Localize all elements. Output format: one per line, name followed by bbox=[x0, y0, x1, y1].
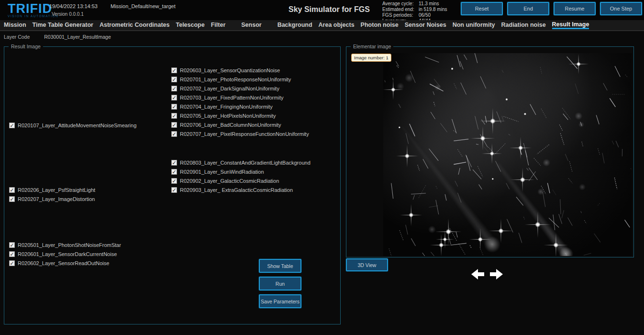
menu-item-astrometric-coordinates[interactable]: Astrometric Coordinates bbox=[100, 22, 170, 29]
layer-checkbox-row: ✓R020701_Layer_PhotoResponseNonUniformit… bbox=[171, 75, 309, 84]
layer-checkbox-row: ✓R020902_Layer_GalacticCosmicRadiation bbox=[171, 176, 311, 185]
checkbox-label: R020107_Layer_AttitudeMovementNoiseSmear… bbox=[18, 123, 136, 128]
stat-label-fgs-periodes: FGS periodes: bbox=[382, 12, 417, 18]
previous-image-arrow[interactable] bbox=[471, 269, 485, 279]
layer-checkbox-row: ✓R020702_Layer_DarkSignalNonUniformity bbox=[171, 84, 309, 93]
checkbox-r020501-layer-photonshotnoisefromstar[interactable]: ✓ bbox=[9, 242, 15, 248]
menu-item-sensor[interactable]: Sensor bbox=[241, 22, 261, 29]
trifid-logo-tagline: VISION IN AUTOMATION bbox=[8, 14, 59, 18]
layer-checkbox-row: ✓R020705_Layer_HotPixelsNonUniformity bbox=[171, 111, 309, 120]
menu-item-background[interactable]: Background bbox=[278, 22, 312, 29]
layer-checkbox-row: ✓R020707_Layer_PixelResponseFunctionNonU… bbox=[171, 129, 309, 138]
checkbox-label: R020601_Layer_SensorDarkCurrentNoise bbox=[18, 251, 117, 257]
checkbox-label: R020901_Layer_SunWindRadiation bbox=[180, 169, 264, 175]
resume-button[interactable]: Resume bbox=[554, 2, 596, 15]
elementar-panel-title: Elementar image bbox=[351, 44, 393, 49]
checkbox-r020704-layer-fringingnonuniformity[interactable]: ✓ bbox=[171, 104, 177, 110]
menu-item-time-table-generator[interactable]: Time Table Generator bbox=[33, 22, 93, 29]
checkbox-r020903-layer-extragalacticcosmicradiation[interactable]: ✓ bbox=[171, 187, 177, 193]
layer-checkbox-row: ✓R020703_Layer_FixedPatternNonUniformity bbox=[171, 93, 309, 102]
checkbox-label: R020803_Layer_ConstantAndGradientLightBa… bbox=[180, 160, 311, 166]
checkbox-r020803-layer-constantandgradientlightbackground[interactable]: ✓ bbox=[171, 160, 177, 166]
menu-item-area-objects[interactable]: Area objects bbox=[319, 22, 355, 29]
checkbox-label: R020603_Layer_SensorQuantizationNoise bbox=[180, 67, 280, 73]
checkbox-label: R020701_Layer_PhotoResponseNonUniformity bbox=[180, 77, 291, 82]
stat-value-estimated-end: in 519.8 mins bbox=[419, 7, 447, 12]
checkbox-r020206-layer-psfstraightlight[interactable]: ✓ bbox=[9, 187, 15, 193]
action-button-group: Show TableRunSave Parameters bbox=[259, 259, 301, 308]
menu-item-sensor-noises[interactable]: Sensor Noises bbox=[405, 22, 446, 29]
stat-label-average-cycle: Average cycle: bbox=[382, 1, 417, 7]
checkbox-r020701-layer-photoresponsenonuniformity[interactable]: ✓ bbox=[171, 77, 177, 82]
checkbox-r020107-layer-attitudemovementnoisesmearing[interactable]: ✓ bbox=[9, 123, 15, 128]
layer-checkbox-row: ✓R020706_Layer_BadColumnNonUniformity bbox=[171, 120, 309, 129]
checkbox-label: R020703_Layer_FixedPatternNonUniformity bbox=[180, 95, 283, 100]
menu-item-filter[interactable]: Filter bbox=[211, 22, 226, 29]
checkbox-label: R020706_Layer_BadColumnNonUniformity bbox=[180, 122, 281, 128]
checkbox-r020902-layer-galacticcosmicradiation[interactable]: ✓ bbox=[171, 178, 177, 184]
header-bar: TRIFID VISION IN AUTOMATION 19/04/2022 1… bbox=[0, 0, 644, 20]
header-button-group: ResetEndResumeOne Step bbox=[461, 2, 642, 15]
checkbox-group: ✓R020206_Layer_PsfStraightLight✓R020207_… bbox=[9, 185, 95, 203]
elementar-image-panel: Elementar image Image number: 1 bbox=[346, 46, 634, 257]
show-table-button[interactable]: Show Table bbox=[259, 259, 301, 273]
menu-item-radiation-noise[interactable]: Radiation noise bbox=[501, 22, 546, 29]
layer-checkbox-row: ✓R020603_Layer_SensorQuantizationNoise bbox=[171, 66, 309, 75]
save-parameters-button[interactable]: Save Parameters bbox=[259, 294, 301, 308]
layer-checkbox-row: ✓R020501_Layer_PhotonShotNoiseFromStar bbox=[9, 240, 121, 249]
sky-simulator-window: TRIFID VISION IN AUTOMATION 19/04/2022 1… bbox=[0, 0, 644, 335]
layer-checkbox-row: ✓R020601_Layer_SensorDarkCurrentNoise bbox=[9, 249, 121, 258]
checkbox-label: R020602_Layer_SensorReadOutNoise bbox=[18, 260, 109, 266]
checkbox-r020603-layer-sensorquantizationnoise[interactable]: ✓ bbox=[171, 67, 177, 73]
checkbox-r020207-layer-imagedistortion[interactable]: ✓ bbox=[9, 196, 15, 202]
layer-checkbox-row: ✓R020602_Layer_SensorReadOutNoise bbox=[9, 258, 121, 268]
layer-code-label: Layer Code bbox=[4, 34, 30, 40]
one-step-button[interactable]: One Step bbox=[600, 2, 642, 15]
checkbox-r020706-layer-badcolumnnonuniformity[interactable]: ✓ bbox=[171, 122, 177, 128]
checkbox-label: R020707_Layer_PixelResponseFunctionNonUn… bbox=[180, 131, 309, 137]
result-image-panel: Result Image ✓R020107_Layer_AttitudeMove… bbox=[4, 46, 341, 324]
checkbox-group: ✓R020803_Layer_ConstantAndGradientLightB… bbox=[171, 158, 311, 194]
checkbox-label: R020206_Layer_PsfStraightLight bbox=[18, 187, 95, 193]
menu-item-result-image[interactable]: Result Image bbox=[552, 21, 589, 29]
menu-item-telescope[interactable]: Telescope bbox=[176, 22, 204, 29]
image-number-badge: Image number: 1 bbox=[351, 54, 391, 62]
3d-view-button[interactable]: 3D View bbox=[346, 258, 388, 271]
checkbox-group: ✓R020603_Layer_SensorQuantizationNoise✓R… bbox=[171, 66, 309, 138]
checkbox-r020705-layer-hotpixelsnonuniformity[interactable]: ✓ bbox=[171, 113, 177, 119]
checkbox-r020901-layer-sunwindradiation[interactable]: ✓ bbox=[171, 169, 177, 175]
checkbox-r020703-layer-fixedpatternnonuniformity[interactable]: ✓ bbox=[171, 95, 177, 100]
stat-label-estimated-end: Estimated end: bbox=[382, 7, 417, 12]
layer-code-row: Layer Code R030001_Layer_ResultImage bbox=[4, 34, 111, 40]
menu-item-mission[interactable]: Mission bbox=[4, 22, 26, 29]
checkbox-label: R020903_Layer_ ExtraGalacticCosmicRadiat… bbox=[180, 187, 293, 193]
run-button[interactable]: Run bbox=[259, 277, 301, 290]
checkbox-group: ✓R020501_Layer_PhotonShotNoiseFromStar✓R… bbox=[9, 240, 121, 268]
layer-checkbox-row: ✓R020803_Layer_ConstantAndGradientLightB… bbox=[171, 158, 311, 167]
layer-checkbox-row: ✓R020107_Layer_AttitudeMovementNoiseSmea… bbox=[9, 121, 136, 130]
right-arrow-icon bbox=[496, 269, 503, 279]
menu-item-photon-noise[interactable]: Photon noise bbox=[361, 22, 399, 29]
stat-value-fgs-periodes: 06/50 bbox=[419, 12, 447, 18]
stat-value-average-cycle: 11.3 mins bbox=[419, 1, 447, 7]
layer-code-value: R030001_Layer_ResultImage bbox=[44, 34, 111, 40]
layer-checkbox-row: ✓R020903_Layer_ ExtraGalacticCosmicRadia… bbox=[171, 185, 311, 194]
checkbox-r020602-layer-sensorreadoutnoise[interactable]: ✓ bbox=[9, 260, 15, 266]
next-image-arrow[interactable] bbox=[489, 269, 503, 279]
left-arrow-icon bbox=[471, 269, 478, 279]
reset-button[interactable]: Reset bbox=[461, 2, 503, 15]
checkbox-r020601-layer-sensordarkcurrentnoise[interactable]: ✓ bbox=[9, 251, 15, 257]
elementar-image-canvas bbox=[383, 53, 632, 256]
menu-item-non-uniformity[interactable]: Non uniformity bbox=[453, 22, 495, 29]
checkbox-r020702-layer-darksignalnonuniformity[interactable]: ✓ bbox=[171, 86, 177, 91]
app-title: Sky Simulator for FGS bbox=[289, 5, 370, 14]
layer-checkbox-row: ✓R020901_Layer_SunWindRadiation bbox=[171, 167, 311, 176]
end-button[interactable]: End bbox=[507, 2, 549, 15]
version-text: Version 0.0.0.1 bbox=[52, 11, 84, 17]
checkbox-label: R020902_Layer_GalacticCosmicRadiation bbox=[180, 178, 279, 184]
checkbox-group: ✓R020107_Layer_AttitudeMovementNoiseSmea… bbox=[9, 121, 136, 130]
mission-name-text: Mission_Default/new_target bbox=[111, 3, 176, 9]
layer-checkbox-row: ✓R020207_Layer_ImageDistortion bbox=[9, 194, 95, 203]
checkbox-r020707-layer-pixelresponsefunctionnonuniformity[interactable]: ✓ bbox=[171, 131, 177, 137]
checkbox-label: R020705_Layer_HotPixelsNonUniformity bbox=[180, 113, 276, 119]
